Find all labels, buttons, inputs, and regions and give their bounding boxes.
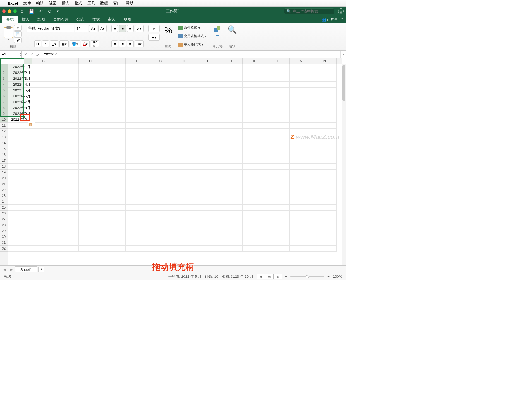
cell[interactable]: 2022年4月 [8, 82, 32, 88]
cell[interactable] [196, 117, 219, 123]
sheet-nav-prev[interactable]: ◀ [2, 267, 8, 272]
cell[interactable] [219, 222, 243, 228]
cell[interactable] [290, 123, 313, 129]
cell[interactable] [32, 187, 55, 193]
border-button[interactable]: ▦▾ [59, 40, 69, 47]
cell[interactable] [8, 216, 32, 222]
cell[interactable] [126, 228, 149, 234]
cell[interactable] [102, 164, 126, 170]
cell[interactable] [243, 82, 266, 88]
increase-font-button[interactable]: A▴ [89, 25, 97, 32]
undo-icon[interactable]: ↶ [39, 9, 43, 14]
cell[interactable] [102, 129, 126, 134]
cell[interactable] [55, 246, 79, 252]
cell[interactable] [32, 105, 55, 111]
cell[interactable] [313, 129, 337, 134]
column-header[interactable]: L [266, 58, 290, 64]
cell[interactable] [243, 158, 266, 164]
cell[interactable] [219, 93, 243, 99]
cell[interactable] [126, 82, 149, 88]
cell[interactable] [266, 193, 290, 199]
cell[interactable] [102, 123, 126, 129]
cell[interactable] [102, 181, 126, 187]
cell[interactable] [196, 152, 219, 158]
cell[interactable] [172, 64, 196, 70]
row-header[interactable]: 28 [0, 222, 8, 228]
cell[interactable] [290, 175, 313, 181]
cell[interactable] [8, 211, 32, 216]
cell[interactable] [32, 64, 55, 70]
cell[interactable] [172, 187, 196, 193]
cell[interactable] [126, 146, 149, 152]
cell[interactable] [290, 88, 313, 93]
row-header[interactable]: 2 [0, 70, 8, 76]
cell[interactable] [172, 93, 196, 99]
name-box[interactable]: A1 ▴▾ [0, 51, 22, 58]
cell[interactable] [313, 64, 337, 70]
cell[interactable] [149, 222, 172, 228]
cell[interactable] [79, 164, 102, 170]
cell[interactable] [172, 146, 196, 152]
column-header[interactable]: I [196, 58, 219, 64]
save-icon[interactable]: 💾 [28, 9, 34, 14]
cell[interactable] [172, 164, 196, 170]
cell[interactable] [79, 88, 102, 93]
cell[interactable] [55, 111, 79, 117]
cell[interactable] [290, 158, 313, 164]
cell[interactable] [243, 140, 266, 146]
cell[interactable] [219, 228, 243, 234]
sheet-tab[interactable]: Sheet1 [15, 266, 37, 272]
cell[interactable] [126, 222, 149, 228]
cell[interactable] [102, 111, 126, 117]
cell[interactable] [79, 134, 102, 140]
cell[interactable] [8, 199, 32, 205]
cell[interactable] [266, 140, 290, 146]
cell[interactable] [126, 193, 149, 199]
cell[interactable] [313, 234, 337, 240]
cell[interactable] [79, 99, 102, 105]
cell[interactable] [149, 216, 172, 222]
cell[interactable] [290, 234, 313, 240]
cell[interactable] [196, 164, 219, 170]
cell[interactable] [55, 164, 79, 170]
cell[interactable] [219, 211, 243, 216]
row-header[interactable]: 27 [0, 216, 8, 222]
cell[interactable] [219, 170, 243, 175]
cell[interactable] [243, 129, 266, 134]
cell[interactable] [219, 70, 243, 76]
cell[interactable] [79, 117, 102, 123]
row-header[interactable]: 20 [0, 175, 8, 181]
cell[interactable] [102, 240, 126, 246]
tab-data[interactable]: 数据 [88, 16, 104, 23]
cell[interactable] [126, 99, 149, 105]
cell[interactable] [102, 93, 126, 99]
cell[interactable] [266, 222, 290, 228]
cell[interactable] [196, 240, 219, 246]
cell[interactable] [55, 199, 79, 205]
cell[interactable] [266, 105, 290, 111]
cell[interactable] [290, 64, 313, 70]
cell[interactable] [219, 240, 243, 246]
cell[interactable] [219, 193, 243, 199]
cell[interactable] [79, 146, 102, 152]
cell[interactable] [102, 216, 126, 222]
cell[interactable] [266, 99, 290, 105]
cell[interactable] [149, 88, 172, 93]
cell[interactable] [79, 187, 102, 193]
cell[interactable] [8, 175, 32, 181]
column-header[interactable]: M [290, 58, 313, 64]
cell[interactable] [149, 82, 172, 88]
search-field[interactable]: 🔍 [284, 8, 334, 14]
orientation-button[interactable]: ⤢▾ [135, 25, 144, 32]
cell[interactable] [196, 181, 219, 187]
cell[interactable] [172, 193, 196, 199]
cell[interactable] [149, 187, 172, 193]
cell[interactable] [266, 187, 290, 193]
cell[interactable] [266, 181, 290, 187]
cell[interactable] [196, 228, 219, 234]
cell-styles-button[interactable]: 单元格样式 ▾ [177, 42, 205, 47]
cell[interactable] [32, 240, 55, 246]
cell[interactable] [313, 222, 337, 228]
cell[interactable] [266, 158, 290, 164]
cell[interactable] [102, 158, 126, 164]
